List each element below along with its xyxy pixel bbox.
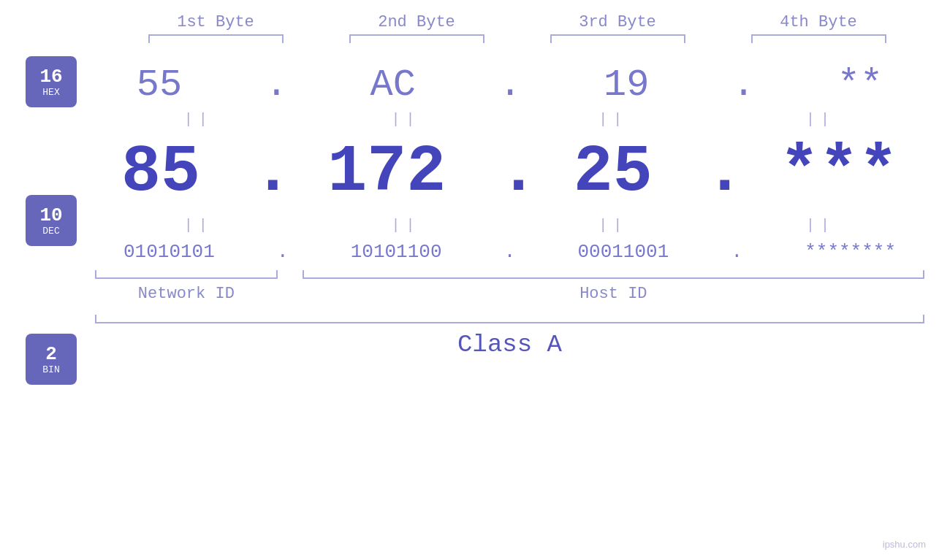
bin-row: 01010101 . 10101100 . 00011001 . *******…	[95, 235, 924, 270]
byte4-header: 4th Byte	[745, 13, 892, 31]
class-label-container: Class A	[95, 331, 924, 358]
byte2-header: 2nd Byte	[343, 13, 490, 31]
host-id-label: Host ID	[303, 285, 924, 303]
bin-val-3: 00011001	[577, 241, 669, 263]
hex-val-4: **	[837, 64, 883, 107]
hex-badge-label: HEX	[42, 88, 59, 97]
values-grid: 55 . AC . 19 . ** || || || || 85 . 172 .	[95, 56, 939, 358]
dot-hex-2: .	[498, 64, 520, 107]
hex-val-1: 55	[137, 64, 182, 107]
top-brackets	[115, 34, 919, 43]
dot-dec-1: .	[253, 135, 275, 210]
hex-row: 55 . AC . 19 . **	[95, 56, 924, 110]
bracket-byte4	[751, 34, 886, 43]
bin-val-2: 10101100	[351, 241, 442, 263]
byte3-header: 3rd Byte	[544, 13, 691, 31]
dot-hex-1: .	[265, 64, 287, 107]
byte1-header: 1st Byte	[142, 13, 289, 31]
dec-val-1: 85	[121, 135, 200, 210]
equals-hex-2: ||	[333, 111, 479, 128]
network-id-label: Network ID	[95, 285, 278, 303]
watermark: ipshu.com	[883, 539, 926, 550]
bin-badge-label: BIN	[42, 365, 59, 375]
network-bracket	[95, 270, 278, 279]
bracket-byte1	[148, 34, 284, 43]
bracket-byte2	[349, 34, 484, 43]
dec-val-3: 25	[574, 135, 653, 210]
dec-val-4: ***	[780, 135, 898, 210]
equals-hex-1: ||	[126, 111, 272, 128]
equals-dec-2: ||	[333, 217, 479, 234]
bottom-brackets	[95, 270, 924, 279]
full-bracket	[95, 315, 924, 323]
content-area: 16 HEX 10 DEC 2 BIN 55 . AC .	[0, 56, 939, 385]
equals-row-2: || || || ||	[95, 215, 924, 235]
id-labels: Network ID Host ID	[95, 285, 924, 303]
host-bracket	[303, 270, 924, 279]
bracket-byte3	[550, 34, 685, 43]
bin-badge-number: 2	[45, 345, 57, 364]
bracket-gap	[278, 270, 303, 279]
bin-badge: 2 BIN	[26, 334, 77, 385]
hex-badge-number: 16	[39, 67, 62, 86]
badges-column: 16 HEX 10 DEC 2 BIN	[0, 56, 95, 385]
dot-bin-2: .	[498, 241, 520, 263]
dot-bin-3: .	[726, 241, 748, 263]
main-container: 1st Byte 2nd Byte 3rd Byte 4th Byte 16 H…	[0, 0, 939, 560]
dec-badge: 10 DEC	[26, 195, 77, 246]
dec-val-2: 172	[327, 135, 446, 210]
dot-dec-3: .	[705, 135, 727, 210]
equals-row-1: || || || ||	[95, 110, 924, 129]
hex-val-3: 19	[604, 64, 649, 107]
dot-dec-2: .	[499, 135, 521, 210]
hex-badge: 16 HEX	[26, 56, 77, 107]
byte-headers: 1st Byte 2nd Byte 3rd Byte 4th Byte	[115, 13, 919, 31]
equals-dec-3: ||	[540, 217, 686, 234]
equals-hex-3: ||	[540, 111, 686, 128]
equals-dec-4: ||	[748, 217, 894, 234]
dec-row: 85 . 172 . 25 . ***	[95, 129, 924, 215]
bin-val-4: ********	[805, 241, 896, 263]
dot-bin-1: .	[272, 241, 294, 263]
hex-val-2: AC	[370, 64, 415, 107]
equals-hex-4: ||	[748, 111, 894, 128]
class-label: Class A	[457, 331, 562, 358]
dec-badge-label: DEC	[42, 226, 59, 236]
bin-val-1: 01010101	[123, 241, 215, 263]
dot-hex-3: .	[732, 64, 754, 107]
equals-dec-1: ||	[126, 217, 272, 234]
dec-badge-number: 10	[39, 206, 62, 225]
